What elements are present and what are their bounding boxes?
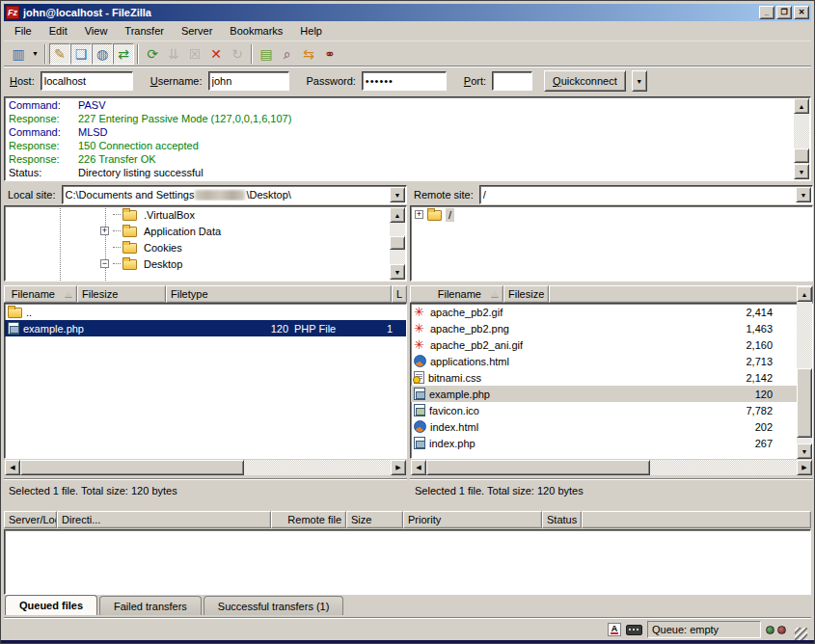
host-input[interactable] [41,71,133,91]
local-site-combobox[interactable]: C:\Documents and Settings\Desktop\ ▼ [62,185,407,204]
menu-item[interactable]: Transfer [116,23,173,39]
menu-item[interactable]: Server [173,23,221,39]
menu-item[interactable]: Edit [41,23,76,39]
file-row[interactable]: applications.html 2,713 [411,353,812,369]
toolbar-separator[interactable] [137,44,139,64]
toolbar-separator[interactable] [251,44,253,64]
disconnect-icon[interactable]: ✕ [205,43,227,65]
maximize-button[interactable]: ❐ [776,6,792,19]
column-header[interactable]: Priority [403,511,542,528]
resize-grip[interactable] [795,628,807,640]
tree-item[interactable]: Application Data [5,223,406,239]
speed-limits-icon[interactable] [626,625,642,635]
quickconnect-dropdown-icon[interactable]: ▼ [632,70,647,92]
file-row[interactable]: example.php 120 [411,386,812,402]
site-manager-icon[interactable]: ▥ [8,43,29,65]
file-row[interactable]: apache_pb2_ani.gif 2,160 [411,336,812,353]
file-row[interactable]: index.html 202 [411,418,812,435]
combo-dropdown-icon[interactable]: ▼ [796,187,811,202]
tree-item[interactable]: Cookies [5,239,406,255]
toggle-transfer-queue-icon[interactable]: ⇄ [113,43,134,65]
refresh-icon[interactable]: ⟳ [142,43,163,65]
cancel-operation-icon[interactable]: ☒ [184,43,205,65]
scroll-right-icon[interactable]: ▶ [391,460,406,475]
scroll-up-icon[interactable]: ▲ [794,98,809,114]
scroll-right-icon[interactable]: ▶ [797,460,812,475]
column-header[interactable]: Filename [4,285,77,303]
username-input[interactable] [208,71,289,91]
file-row[interactable]: bitnami.css 2,142 [411,369,812,386]
remote-list-scrollbar[interactable]: ▲ ▼ [797,286,812,459]
combo-dropdown-icon[interactable]: ▼ [390,187,405,202]
column-header[interactable]: Filesize [503,285,549,303]
column-header[interactable]: Remote file [271,511,346,528]
scrollbar-thumb[interactable] [794,148,809,163]
tree-expander-icon[interactable] [415,210,423,219]
scroll-left-icon[interactable]: ◀ [411,460,426,475]
site-manager-dropdown-icon[interactable]: ▼ [29,43,41,65]
tree-item[interactable]: Desktop [5,255,406,272]
synchronized-browsing-icon[interactable]: ⇆ [298,43,319,65]
menu-item[interactable]: Bookmarks [221,23,291,39]
remote-file-list[interactable]: apache_pb2.gif 2,414 apache_pb2.png 1,46… [410,303,813,459]
tree-expander-icon[interactable] [100,259,109,268]
queue-tab[interactable]: Failed transfers [99,596,202,615]
log-scrollbar[interactable]: ▲ ▼ [794,98,809,179]
directory-filter-icon[interactable]: ▤ [256,43,277,65]
directory-comparison-icon[interactable]: ⌕ [277,43,298,65]
transfer-queue-list[interactable] [4,529,811,595]
local-tree-scrollbar[interactable]: ▲ ▼ [390,207,405,280]
local-directory-tree[interactable]: .VirtualBox Application Data Cookies [4,205,407,282]
scroll-up-icon[interactable]: ▲ [390,207,405,223]
close-button[interactable]: ✕ [794,6,809,19]
scroll-down-icon[interactable]: ▼ [390,264,405,280]
column-header[interactable]: Filetype [166,285,392,303]
toggle-remote-tree-icon[interactable]: ◍ [92,43,113,65]
minimize-button[interactable]: _ [759,6,774,19]
remote-directory-tree[interactable]: / [410,205,813,282]
toggle-local-tree-icon[interactable]: ❏ [70,43,92,65]
queue-tab[interactable]: Successful transfers (1) [204,596,344,615]
file-row[interactable]: apache_pb2.gif 2,414 [411,304,812,320]
remote-site-combobox[interactable]: / ▼ [479,185,813,204]
file-row[interactable]: apache_pb2.png 1,463 [411,320,812,336]
scroll-down-icon[interactable]: ▼ [794,164,809,179]
scroll-left-icon[interactable]: ◀ [5,460,20,475]
scrollbar-thumb[interactable] [20,460,244,475]
file-row[interactable]: example.php 120 PHP File 1 [5,320,406,336]
menu-item[interactable]: Help [291,23,331,39]
toggle-message-log-icon[interactable]: ✎ [49,43,70,65]
column-header[interactable]: Directi... [57,511,271,528]
scroll-down-icon[interactable]: ▼ [797,443,812,459]
port-input[interactable] [492,71,532,91]
menu-item[interactable]: File [6,23,41,39]
local-file-list[interactable]: .. example.php 120 PHP File 1 [4,303,407,459]
column-header[interactable]: L [392,285,407,303]
column-header[interactable]: Status [542,511,582,528]
menu-item[interactable]: View [76,23,117,39]
process-queue-icon[interactable]: ⇊ [163,43,184,65]
scrollbar-thumb[interactable] [390,236,405,250]
column-header[interactable]: Filesize [77,285,166,303]
local-horizontal-scrollbar[interactable]: ◀ ▶ [5,460,406,475]
remote-horizontal-scrollbar[interactable]: ◀ ▶ [411,460,812,475]
column-header[interactable]: Server/Local file [4,511,57,528]
ascii-data-type-icon[interactable]: A [608,623,621,636]
column-header[interactable]: Filename [410,285,503,303]
queue-tab[interactable]: Queued files [5,595,97,615]
password-input[interactable] [362,71,447,91]
tree-item[interactable]: / [411,206,812,223]
title-bar[interactable]: Fz john@localhost - FileZilla _ ❐ ✕ [4,4,811,21]
tree-expander-icon[interactable] [100,227,109,235]
file-row[interactable]: index.php 267 [411,435,812,451]
scrollbar-thumb[interactable] [797,368,812,438]
file-row[interactable]: .. [5,304,406,320]
tree-item[interactable]: .VirtualBox [5,206,406,223]
toolbar-separator[interactable] [44,44,46,64]
column-header[interactable]: Size [346,511,403,528]
scroll-up-icon[interactable]: ▲ [797,286,812,302]
reconnect-icon[interactable]: ↻ [227,43,248,65]
scrollbar-thumb[interactable] [426,460,650,475]
file-row[interactable]: favicon.ico 7,782 [411,402,812,418]
find-files-icon[interactable]: ⚭ [319,43,340,65]
